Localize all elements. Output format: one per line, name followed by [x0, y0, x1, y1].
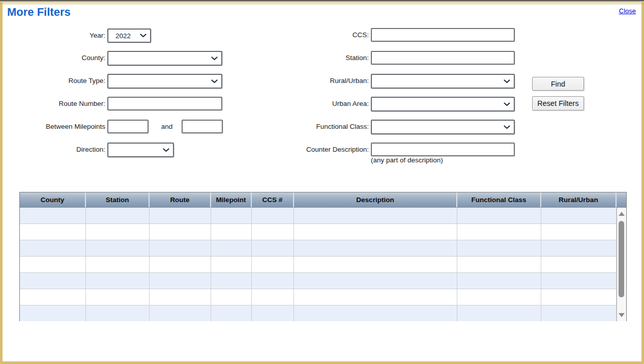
- chevron-down-icon: [504, 102, 510, 106]
- table-cell: [86, 289, 150, 305]
- column-header-county[interactable]: County: [20, 192, 86, 207]
- direction-select-value: [108, 144, 161, 156]
- column-header-milepoint[interactable]: Milepoint: [211, 192, 252, 207]
- station-label: Station:: [254, 54, 369, 62]
- find-button[interactable]: Find: [532, 77, 584, 91]
- chevron-down-icon: [504, 79, 510, 83]
- table-body: [20, 208, 626, 321]
- chevron-down-icon: [504, 125, 510, 129]
- column-header-route[interactable]: Route: [150, 192, 211, 207]
- milepoint-to-input[interactable]: [182, 120, 223, 133]
- rural-urban-select[interactable]: [371, 74, 515, 89]
- reset-filters-button[interactable]: Reset Filters: [532, 96, 584, 110]
- table-cell: [457, 208, 541, 224]
- table-cell: [150, 240, 211, 257]
- route-number-label: Route Number:: [10, 100, 105, 107]
- year-select-value: 2022: [108, 30, 138, 42]
- table-cell: [252, 273, 294, 289]
- frame-inner-edge: [0, 4, 644, 4]
- table-cell: [457, 224, 541, 240]
- table-cell: [541, 257, 617, 273]
- table-row[interactable]: [20, 224, 626, 240]
- column-header-functional-class[interactable]: Functional Class: [457, 192, 541, 207]
- table-cell: [252, 224, 294, 240]
- table-cell: [211, 273, 252, 289]
- table-row[interactable]: [20, 240, 626, 257]
- column-header-station[interactable]: Station: [86, 192, 150, 207]
- table-cell: [20, 273, 86, 289]
- table-cell: [541, 273, 617, 289]
- column-header-description[interactable]: Description: [294, 192, 457, 207]
- ccs-input[interactable]: [371, 28, 515, 42]
- ccs-label: CCS:: [254, 31, 369, 39]
- table-cell: [211, 224, 252, 240]
- year-select[interactable]: 2022: [107, 29, 151, 43]
- urban-area-label: Urban Area:: [254, 100, 369, 107]
- table-cell: [20, 257, 86, 273]
- table-cell: [252, 240, 294, 257]
- route-type-select[interactable]: [107, 74, 222, 89]
- chevron-down-icon: [211, 79, 218, 83]
- chevron-down-icon: [163, 148, 169, 152]
- column-header-spacer: [617, 192, 626, 207]
- route-type-label: Route Type:: [10, 77, 105, 85]
- table-cell: [457, 257, 541, 273]
- scroll-down-arrow-icon[interactable]: [619, 313, 625, 317]
- urban-area-select[interactable]: [371, 97, 515, 111]
- table-cell: [150, 273, 211, 289]
- functional-class-select[interactable]: [371, 120, 515, 134]
- chevron-down-icon: [140, 34, 147, 38]
- table-cell: [150, 305, 211, 321]
- table-cell: [20, 208, 86, 224]
- results-table: CountyStationRouteMilepointCCS #Descript…: [19, 192, 627, 321]
- table-cell: [252, 305, 294, 321]
- table-row[interactable]: [20, 208, 626, 224]
- table-row[interactable]: [20, 273, 626, 289]
- table-header: CountyStationRouteMilepointCCS #Descript…: [20, 192, 626, 208]
- table-cell: [20, 224, 86, 240]
- table-cell: [20, 240, 86, 257]
- year-label: Year:: [10, 32, 105, 39]
- table-cell: [294, 257, 457, 273]
- close-link[interactable]: Close: [619, 7, 636, 15]
- direction-select[interactable]: [107, 143, 174, 157]
- column-header-ccs-[interactable]: CCS #: [252, 192, 294, 207]
- table-row[interactable]: [20, 305, 626, 321]
- table-cell: [294, 208, 457, 224]
- table-cell: [86, 273, 150, 289]
- table-cell: [252, 208, 294, 224]
- table-cell: [150, 257, 211, 273]
- table-cell: [86, 240, 150, 257]
- urban-area-select-value: [372, 98, 502, 110]
- table-cell: [86, 257, 150, 273]
- table-cell: [150, 208, 211, 224]
- more-filters-dialog: More Filters Close Year: 2022 County: Ro…: [0, 0, 644, 364]
- table-cell: [211, 257, 252, 273]
- column-header-rural-urban[interactable]: Rural/Urban: [541, 192, 617, 207]
- table-cell: [294, 240, 457, 257]
- table-cell: [294, 224, 457, 240]
- route-type-select-value: [108, 75, 209, 88]
- table-cell: [294, 273, 457, 289]
- table-row[interactable]: [20, 289, 626, 305]
- chevron-down-icon: [211, 57, 218, 61]
- table-cell: [541, 305, 617, 321]
- station-input[interactable]: [371, 51, 515, 65]
- scroll-up-arrow-icon[interactable]: [619, 212, 625, 216]
- table-cell: [86, 224, 150, 240]
- and-label: and: [153, 123, 181, 130]
- table-cell: [541, 224, 617, 240]
- table-cell: [541, 289, 617, 305]
- table-cell: [86, 305, 150, 321]
- milepoint-from-input[interactable]: [107, 120, 149, 133]
- counter-description-input[interactable]: [371, 143, 515, 156]
- table-row[interactable]: [20, 257, 626, 273]
- county-select[interactable]: [107, 51, 222, 66]
- table-cell: [150, 224, 211, 240]
- table-cell: [294, 305, 457, 321]
- scrollbar-thumb[interactable]: [619, 221, 624, 297]
- table-cell: [294, 289, 457, 305]
- top-window-edge: [0, 0, 644, 1]
- vertical-scrollbar[interactable]: [617, 208, 626, 321]
- route-number-input[interactable]: [107, 97, 222, 110]
